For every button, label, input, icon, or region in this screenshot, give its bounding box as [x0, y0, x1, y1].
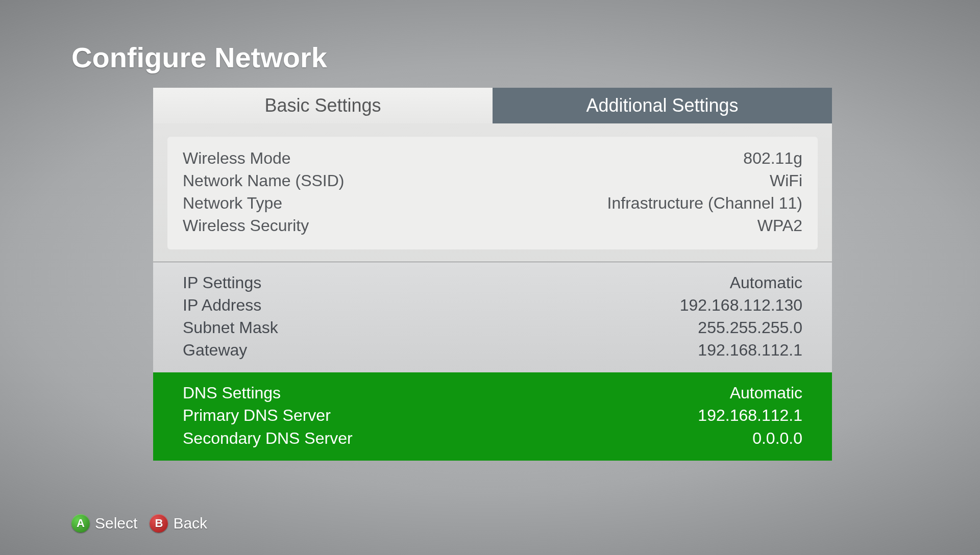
page-title: Configure Network — [71, 41, 327, 74]
subnet-mask-row: Subnet Mask 255.255.255.0 — [183, 316, 802, 339]
gateway-label: Gateway — [183, 339, 247, 361]
subnet-mask-value: 255.255.255.0 — [698, 316, 802, 339]
ip-address-value: 192.168.112.130 — [680, 294, 802, 316]
dns-group[interactable]: DNS Settings Automatic Primary DNS Serve… — [153, 372, 832, 460]
subnet-mask-label: Subnet Mask — [183, 316, 278, 339]
primary-dns-value: 192.168.112.1 — [698, 404, 802, 426]
ip-settings-row: IP Settings Automatic — [183, 271, 802, 294]
back-hint: B Back — [150, 514, 207, 533]
dns-settings-value: Automatic — [730, 382, 802, 404]
wireless-security-value: WPA2 — [757, 214, 802, 237]
network-type-row: Network Type Infrastructure (Channel 11) — [183, 192, 802, 214]
select-label: Select — [95, 515, 137, 532]
gateway-value: 192.168.112.1 — [698, 339, 802, 361]
b-button-icon: B — [150, 514, 168, 533]
secondary-dns-label: Secondary DNS Server — [183, 427, 353, 449]
a-button-icon: A — [71, 514, 90, 533]
button-hints: A Select B Back — [71, 514, 207, 533]
primary-dns-row: Primary DNS Server 192.168.112.1 — [183, 404, 802, 426]
ip-settings-label: IP Settings — [183, 271, 261, 294]
tab-basic-settings[interactable]: Basic Settings — [153, 88, 493, 123]
ip-address-row: IP Address 192.168.112.130 — [183, 294, 802, 316]
dns-settings-label: DNS Settings — [183, 382, 281, 404]
wireless-security-label: Wireless Security — [183, 214, 309, 237]
settings-panel: Basic Settings Additional Settings Wirel… — [153, 88, 832, 461]
select-hint: A Select — [71, 514, 137, 533]
secondary-dns-row: Secondary DNS Server 0.0.0.0 — [183, 427, 802, 449]
ssid-label: Network Name (SSID) — [183, 169, 345, 192]
wireless-group[interactable]: Wireless Mode 802.11g Network Name (SSID… — [153, 123, 832, 262]
wireless-mode-label: Wireless Mode — [183, 147, 291, 169]
network-type-label: Network Type — [183, 192, 282, 214]
gateway-row: Gateway 192.168.112.1 — [183, 339, 802, 361]
wireless-security-row: Wireless Security WPA2 — [183, 214, 802, 237]
secondary-dns-value: 0.0.0.0 — [752, 427, 802, 449]
primary-dns-label: Primary DNS Server — [183, 404, 331, 426]
ssid-value: WiFi — [770, 169, 802, 192]
basic-settings-content: Wireless Mode 802.11g Network Name (SSID… — [153, 123, 832, 461]
ip-address-label: IP Address — [183, 294, 261, 316]
dns-settings-row: DNS Settings Automatic — [183, 382, 802, 404]
tab-additional-settings[interactable]: Additional Settings — [493, 88, 832, 123]
wireless-card: Wireless Mode 802.11g Network Name (SSID… — [167, 137, 818, 249]
ip-group[interactable]: IP Settings Automatic IP Address 192.168… — [153, 262, 832, 373]
back-label: Back — [173, 515, 207, 532]
wireless-mode-value: 802.11g — [743, 147, 802, 169]
tabs: Basic Settings Additional Settings — [153, 88, 832, 123]
wireless-mode-row: Wireless Mode 802.11g — [183, 147, 802, 169]
network-type-value: Infrastructure (Channel 11) — [607, 192, 802, 214]
ssid-row: Network Name (SSID) WiFi — [183, 169, 802, 192]
ip-settings-value: Automatic — [730, 271, 802, 294]
